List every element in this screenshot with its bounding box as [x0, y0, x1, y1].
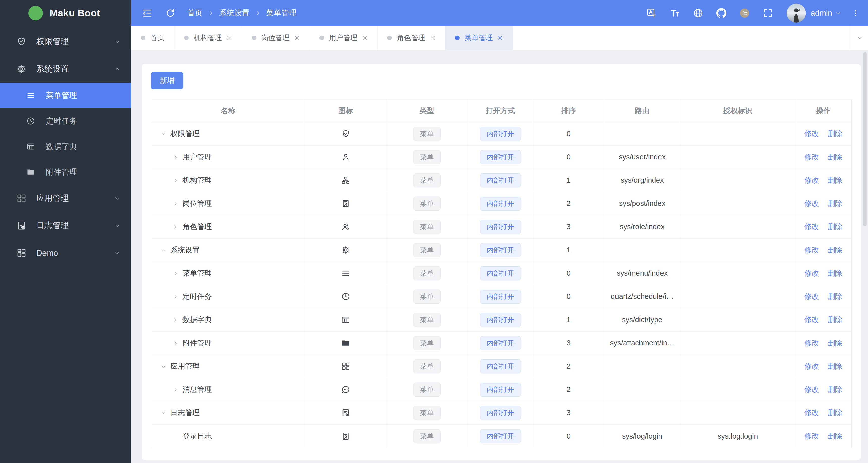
edit-link[interactable]: 修改: [804, 223, 819, 231]
close-icon[interactable]: [430, 35, 436, 41]
collapse-arrow-icon[interactable]: [173, 154, 183, 161]
delete-link[interactable]: 删除: [828, 130, 842, 138]
tab-list-dropdown-button[interactable]: [851, 26, 868, 50]
delete-link[interactable]: 删除: [828, 316, 842, 324]
delete-link[interactable]: 删除: [828, 409, 842, 417]
delete-link[interactable]: 删除: [828, 362, 842, 370]
edit-link[interactable]: 修改: [804, 385, 819, 394]
log-icon: [17, 221, 26, 230]
delete-link[interactable]: 删除: [828, 339, 842, 347]
sort-value: 1: [533, 169, 604, 192]
gitee-button[interactable]: [739, 7, 750, 19]
collapse-arrow-icon[interactable]: [173, 294, 183, 300]
avatar[interactable]: [786, 3, 806, 23]
edit-link[interactable]: 修改: [804, 316, 819, 324]
sidebar-collapse-button[interactable]: [141, 7, 153, 19]
github-button[interactable]: [716, 7, 727, 19]
close-icon[interactable]: [362, 35, 368, 41]
tab-机构管理[interactable]: 机构管理: [175, 26, 242, 50]
open-mode-tag: 内部打开: [480, 150, 521, 164]
more-menu-button[interactable]: [852, 7, 859, 19]
sidebar-item-Demo[interactable]: Demo: [0, 239, 131, 267]
translate-button[interactable]: [646, 7, 657, 19]
translate-icon: [646, 8, 657, 19]
edit-link[interactable]: 修改: [804, 269, 819, 277]
sidebar-item-日志管理[interactable]: 日志管理: [0, 212, 131, 239]
fullscreen-button[interactable]: [762, 7, 773, 19]
chevron-down-icon[interactable]: [835, 10, 842, 17]
tab-菜单管理[interactable]: 菜单管理: [445, 26, 513, 50]
edit-link[interactable]: 修改: [804, 153, 819, 161]
expand-arrow-icon[interactable]: [160, 131, 170, 137]
table-row: 定时任务菜单内部打开0quartz/schedule/i…修改删除: [151, 285, 851, 308]
delete-link[interactable]: 删除: [828, 176, 842, 184]
sidebar-item-权限管理[interactable]: 权限管理: [0, 28, 131, 55]
type-tag: 菜单: [413, 429, 441, 443]
open-mode-tag: 内部打开: [480, 383, 521, 397]
edit-link[interactable]: 修改: [804, 176, 819, 184]
breadcrumb: 首页系统设置菜单管理: [187, 8, 297, 18]
edit-link[interactable]: 修改: [804, 432, 819, 440]
open-mode-tag: 内部打开: [480, 359, 521, 373]
collapse-arrow-icon[interactable]: [173, 224, 183, 230]
tab-岗位管理[interactable]: 岗位管理: [242, 26, 310, 50]
sidebar-subitem-定时任务[interactable]: 定时任务: [0, 108, 131, 134]
delete-link[interactable]: 删除: [828, 292, 842, 301]
add-button[interactable]: 新增: [151, 72, 183, 90]
collapse-arrow-icon[interactable]: [173, 177, 183, 184]
refresh-button[interactable]: [164, 7, 176, 19]
delete-link[interactable]: 删除: [828, 153, 842, 161]
delete-link[interactable]: 删除: [828, 432, 842, 440]
collapse-arrow-icon[interactable]: [173, 387, 183, 393]
table-row: 日志管理菜单内部打开3修改删除: [151, 401, 851, 425]
expand-arrow-icon[interactable]: [160, 410, 170, 416]
delete-link[interactable]: 删除: [828, 269, 842, 277]
collapse-arrow-icon[interactable]: [173, 201, 183, 207]
edit-link[interactable]: 修改: [804, 130, 819, 138]
menu-name: 定时任务: [183, 292, 212, 301]
column-header-名称: 名称: [151, 100, 305, 122]
close-icon[interactable]: [497, 35, 503, 41]
language-button[interactable]: [692, 7, 704, 19]
edit-link[interactable]: 修改: [804, 409, 819, 417]
tab-status-dot: [252, 36, 256, 40]
expand-arrow-icon[interactable]: [160, 363, 170, 370]
edit-link[interactable]: 修改: [804, 246, 819, 254]
tab-首页[interactable]: 首页: [131, 26, 175, 50]
edit-link[interactable]: 修改: [804, 339, 819, 347]
edit-link[interactable]: 修改: [804, 199, 819, 208]
route-value: [604, 401, 680, 425]
delete-link[interactable]: 删除: [828, 199, 842, 208]
sidebar-subitem-数据字典[interactable]: 数据字典: [0, 134, 131, 159]
close-icon[interactable]: [294, 35, 300, 41]
breadcrumb-item[interactable]: 菜单管理: [266, 8, 297, 18]
tab-label: 用户管理: [329, 33, 358, 43]
delete-link[interactable]: 删除: [828, 223, 842, 231]
tab-用户管理[interactable]: 用户管理: [310, 26, 378, 50]
delete-link[interactable]: 删除: [828, 246, 842, 254]
collapse-arrow-icon[interactable]: [173, 270, 183, 277]
close-icon[interactable]: [226, 35, 232, 41]
vertical-scrollbar[interactable]: [863, 52, 867, 226]
route-value: sys/user/index: [604, 146, 680, 169]
sort-value: 3: [533, 215, 604, 239]
sidebar-subitem-附件管理[interactable]: 附件管理: [0, 159, 131, 185]
expand-arrow-icon[interactable]: [160, 247, 170, 254]
tab-角色管理[interactable]: 角色管理: [378, 26, 445, 50]
breadcrumb-item[interactable]: 首页: [187, 8, 203, 18]
route-value: sys/menu/index: [604, 262, 680, 285]
font-size-button[interactable]: [669, 7, 680, 19]
breadcrumb-item[interactable]: 系统设置: [219, 8, 249, 18]
sidebar-item-系统设置[interactable]: 系统设置: [0, 55, 131, 83]
edit-link[interactable]: 修改: [804, 362, 819, 370]
sidebar-item-应用管理[interactable]: 应用管理: [0, 185, 131, 212]
sidebar-subitem-菜单管理[interactable]: 菜单管理: [0, 83, 131, 108]
edit-link[interactable]: 修改: [804, 292, 819, 301]
menu-name: 系统设置: [170, 246, 200, 254]
username[interactable]: admin: [811, 9, 832, 18]
collapse-arrow-icon[interactable]: [173, 340, 183, 347]
collapse-arrow-icon[interactable]: [173, 317, 183, 323]
delete-link[interactable]: 删除: [828, 385, 842, 394]
app-logo[interactable]: Maku Boot: [0, 0, 131, 26]
sort-value: 0: [533, 122, 604, 146]
